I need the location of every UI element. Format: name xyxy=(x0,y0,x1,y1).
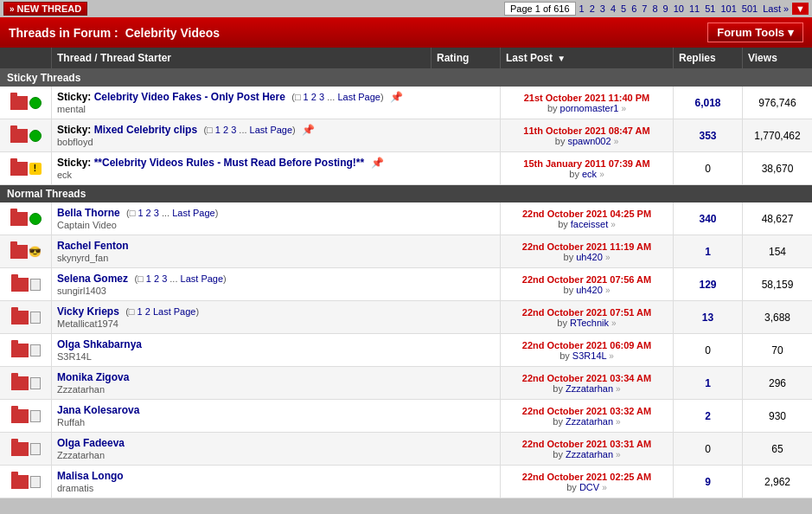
replies-link[interactable]: 2 xyxy=(705,410,711,422)
last-post-user-link[interactable]: spawn002 xyxy=(567,136,611,146)
thread-row: Jana Kolesarova Ruffah 22nd October 2021… xyxy=(0,400,812,433)
thread-title-link[interactable]: Bella Thorne xyxy=(57,207,120,219)
thread-title-link[interactable]: Monika Zigova xyxy=(57,371,129,383)
thread-title-link[interactable]: Malisa Longo xyxy=(57,470,124,482)
page-link[interactable]: 3 xyxy=(162,273,167,284)
page-link[interactable]: 1 xyxy=(304,92,309,102)
page-link[interactable]: 3 xyxy=(319,92,324,102)
replies-link[interactable]: 6,018 xyxy=(694,97,720,109)
sticky-label: Sticky: xyxy=(57,124,94,136)
page-link-10[interactable]: 10 xyxy=(672,3,686,14)
views-cell: 70 xyxy=(743,334,812,366)
thread-row: Selena Gomez (□ 1 2 3 ... Last Page) sun… xyxy=(0,268,812,301)
page-link[interactable]: 1 xyxy=(137,208,143,218)
doc-icon xyxy=(30,377,41,389)
last-page-link[interactable]: Last Page xyxy=(337,92,380,102)
page-link-last[interactable]: Last » xyxy=(761,3,790,14)
page-link-51[interactable]: 51 xyxy=(703,3,717,14)
page-link-1[interactable]: 1 xyxy=(578,3,586,14)
col-last-post[interactable]: Last Post ▼ xyxy=(501,48,674,68)
last-post-user-link[interactable]: uh420 xyxy=(576,252,603,262)
rating-cell xyxy=(432,334,501,366)
sunglasses-icon: 😎 xyxy=(29,246,42,258)
thread-title-link[interactable]: Olga Shkabarnya xyxy=(57,338,142,350)
last-post-user-link[interactable]: Zzzatarhan xyxy=(566,449,613,459)
new-thread-button[interactable]: » NEW THREAD xyxy=(3,2,87,16)
page-link[interactable]: 3 xyxy=(154,208,159,218)
last-post-by: by spawn002 » xyxy=(555,136,618,146)
thread-icons: 😎 xyxy=(0,235,52,267)
last-page-link[interactable]: Last Page xyxy=(181,273,224,284)
replies-cell: 340 xyxy=(674,202,743,235)
page-link[interactable]: 2 xyxy=(154,273,159,284)
thread-title-link[interactable]: Selena Gomez xyxy=(57,273,128,285)
last-post-cell: 15th January 2011 07:39 AM by eck » xyxy=(501,152,674,184)
page-link-6[interactable]: 6 xyxy=(630,3,638,14)
last-page-link[interactable]: Last Page xyxy=(172,208,215,218)
folder-icon xyxy=(10,96,28,110)
last-post-arrow-icon: » xyxy=(616,417,621,427)
page-link-11[interactable]: 11 xyxy=(687,3,701,14)
page-link-5[interactable]: 5 xyxy=(619,3,628,14)
last-page-link[interactable]: Last Page xyxy=(250,125,293,135)
page-link[interactable]: 1 xyxy=(215,125,221,135)
thread-title-link[interactable]: Mixed Celebrity clips xyxy=(94,124,197,136)
page-link-101[interactable]: 101 xyxy=(719,3,738,14)
last-post-cell: 22nd October 2021 03:31 AM by Zzzatarhan… xyxy=(501,433,674,465)
last-post-arrow-icon: » xyxy=(602,483,607,492)
last-page-link[interactable]: Last Page xyxy=(153,306,196,317)
thread-title-link[interactable]: Vicky Krieps xyxy=(57,305,119,318)
thread-icons xyxy=(0,87,52,119)
page-link-3[interactable]: 3 xyxy=(598,3,607,14)
page-link-7[interactable]: 7 xyxy=(640,3,649,14)
thread-title-link[interactable]: Olga Fadeeva xyxy=(57,437,125,449)
sticky-label: Sticky: xyxy=(57,157,94,169)
last-post-user-link[interactable]: faceisset xyxy=(571,219,608,229)
replies-link[interactable]: 1 xyxy=(705,377,711,389)
last-post-user-link[interactable]: RTechnik xyxy=(570,318,609,328)
thread-title-link[interactable]: Rachel Fenton xyxy=(57,240,129,252)
page-link[interactable]: 2 xyxy=(223,125,228,135)
last-post-user-link[interactable]: pornomaster1 xyxy=(560,103,619,113)
page-link[interactable]: 2 xyxy=(146,208,151,218)
last-post-user-link[interactable]: S3R14L xyxy=(572,350,606,361)
thread-title-link[interactable]: Celebrity Video Fakes - Only Post Here xyxy=(94,91,285,103)
new-thread-label: NEW THREAD xyxy=(17,3,82,14)
thread-pages: (□ 1 2 3 ... Last Page) xyxy=(291,92,383,102)
replies-link[interactable]: 353 xyxy=(699,130,716,142)
replies-link[interactable]: 340 xyxy=(699,213,716,225)
page-link[interactable]: 1 xyxy=(146,273,151,284)
thread-icons xyxy=(0,334,52,366)
last-post-user-link[interactable]: DCV xyxy=(579,482,599,492)
last-post-cell: 22nd October 2021 06:09 AM by S3R14L » xyxy=(501,334,674,366)
last-post-user-link[interactable]: Zzzatarhan xyxy=(566,416,613,427)
thread-icons xyxy=(0,301,52,333)
page-link[interactable]: 2 xyxy=(311,92,316,102)
folder-icon xyxy=(11,475,29,489)
replies-link[interactable]: 1 xyxy=(705,246,711,258)
page-link-4[interactable]: 4 xyxy=(609,3,617,14)
page-link-2[interactable]: 2 xyxy=(588,3,597,14)
thread-pages: (□ 1 2 3 ... Last Page) xyxy=(134,273,226,284)
thread-title-row: Monika Zigova xyxy=(57,371,426,383)
page-link[interactable]: 2 xyxy=(145,306,150,317)
thread-icons xyxy=(0,202,52,235)
last-post-user-link[interactable]: uh420 xyxy=(576,285,603,295)
page-link-8[interactable]: 8 xyxy=(650,3,659,14)
last-post-user-link[interactable]: eck xyxy=(582,169,597,179)
last-post-user-link[interactable]: Zzzatarhan xyxy=(566,383,613,394)
page-link[interactable]: 3 xyxy=(231,125,236,135)
replies-link[interactable]: 129 xyxy=(699,279,716,291)
thread-title-link[interactable]: Jana Kolesarova xyxy=(57,404,139,416)
forum-tools-button[interactable]: Forum Tools ▾ xyxy=(707,22,803,42)
page-link-9[interactable]: 9 xyxy=(662,3,670,14)
doc-icon xyxy=(30,279,41,291)
replies-link[interactable]: 9 xyxy=(705,476,711,488)
replies-link[interactable]: 13 xyxy=(702,312,713,324)
next-page-button[interactable]: ▼ xyxy=(792,3,809,15)
page-link[interactable]: 1 xyxy=(137,306,143,317)
last-post-arrow-icon: » xyxy=(616,384,621,394)
page-link-501[interactable]: 501 xyxy=(740,3,759,14)
pagination-bar: Page 1 of 616 1 2 3 4 5 6 7 8 9 10 11 51… xyxy=(504,2,809,16)
thread-title-link[interactable]: **Celebrity Videos Rules - Must Read Bef… xyxy=(94,157,365,169)
